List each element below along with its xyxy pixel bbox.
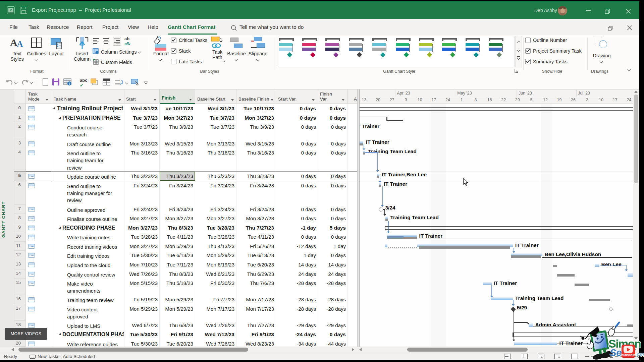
svg-text:i: i <box>69 82 70 85</box>
